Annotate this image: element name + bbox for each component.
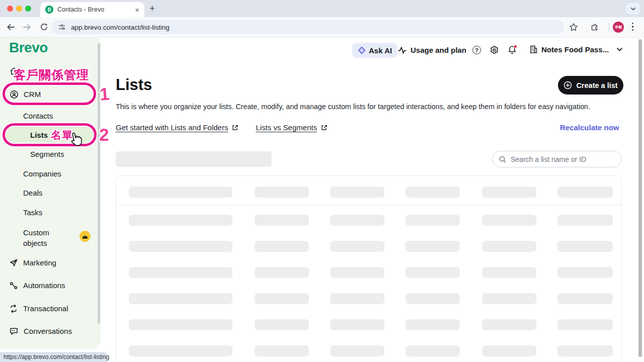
skeleton-bar (557, 215, 613, 226)
help-icon[interactable]: ? (472, 46, 481, 54)
building-icon (529, 45, 538, 54)
skeleton-bar (482, 267, 536, 278)
skeleton-bar (482, 215, 536, 226)
sidebar-item-marketing[interactable]: Marketing (9, 258, 56, 267)
plus-circle-icon (564, 81, 572, 89)
docs-links: Get started with Lists and Folders Lists… (116, 123, 328, 132)
skeleton-bar (330, 319, 384, 330)
sidebar-item-label: Conversations (24, 327, 72, 336)
skeleton-bar (255, 293, 309, 304)
list-search[interactable] (492, 151, 622, 167)
skeleton-bar (255, 187, 309, 198)
back-icon[interactable] (6, 23, 15, 32)
skeleton-bar (255, 215, 309, 226)
skeleton-bar (482, 345, 536, 356)
skeleton-row (116, 345, 621, 362)
sidebar-item-deals[interactable]: Deals (23, 189, 42, 198)
chevron-down-icon (630, 7, 636, 11)
skeleton-bar (557, 319, 613, 330)
external-link-icon (231, 124, 238, 131)
skeleton-bar (406, 319, 460, 330)
account-name: Notes Food Pass... (541, 45, 609, 54)
skeleton-bar (482, 293, 536, 304)
automation-branch-icon (9, 281, 18, 290)
sidebar-item-conversations[interactable]: Conversations (9, 327, 72, 336)
skeleton-bar (330, 293, 384, 304)
ask-ai-button[interactable]: Ask AI (352, 43, 397, 58)
forward-icon[interactable] (23, 23, 32, 32)
sidebar-item-label: Marketing (23, 258, 56, 267)
skeleton-row (116, 215, 621, 241)
create-a-list-button[interactable]: Create a list (558, 76, 623, 95)
profile-avatar[interactable]: 示範 (613, 22, 624, 33)
traffic-zoom-button[interactable] (25, 6, 31, 12)
sidebar-item-segments[interactable]: Segments (30, 150, 64, 159)
reload-icon[interactable] (40, 23, 48, 31)
brevo-logo[interactable]: Brevo (9, 40, 48, 56)
ai-diamond-icon (358, 46, 366, 54)
skeleton-row (116, 293, 621, 319)
tab-close-icon[interactable]: × (135, 6, 139, 14)
sidebar-item-tasks[interactable]: Tasks (23, 208, 42, 217)
sidebar-item-contacts[interactable]: Contacts (23, 112, 53, 121)
browser-tab[interactable]: B Contacts - Brevo × (40, 2, 144, 17)
skeleton-bar (255, 345, 309, 356)
account-switcher[interactable]: Notes Food Pass... (529, 45, 623, 54)
annotation-box-crm (3, 82, 96, 105)
notifications-button[interactable] (508, 45, 517, 55)
traffic-close-button[interactable] (7, 6, 13, 12)
new-tab-button[interactable]: + (149, 4, 155, 14)
skeleton-bar (406, 267, 460, 278)
tab-search-button[interactable] (626, 3, 640, 15)
sidebar-item-automations[interactable]: Automations (9, 281, 65, 290)
usage-and-plan-button[interactable]: Usage and plan (397, 46, 466, 54)
skeleton-bar (129, 293, 232, 304)
skeleton-bar (129, 241, 232, 252)
skeleton-bar (330, 345, 384, 356)
lists-table-card (116, 175, 622, 362)
skeleton-bar (557, 267, 613, 278)
browser-menu-icon[interactable] (632, 23, 633, 31)
chevron-down-icon (616, 47, 623, 51)
skeleton-bar (406, 293, 460, 304)
url-text: app.brevo.com/contact/list-listing (71, 24, 170, 31)
sidebar-item-label: Automations (23, 281, 65, 290)
skeleton-row (116, 267, 621, 293)
lists-vs-segments-link[interactable]: Lists vs Segments (256, 123, 328, 132)
address-bar[interactable]: app.brevo.com/contact/list-listing (52, 20, 564, 34)
skeleton-bar (129, 215, 232, 226)
skeleton-bar (482, 187, 536, 198)
skeleton-bar (129, 345, 232, 356)
page-title: Lists (116, 76, 152, 94)
get-started-link[interactable]: Get started with Lists and Folders (116, 123, 238, 132)
skeleton-row (116, 241, 621, 267)
traffic-minimize-button[interactable] (16, 6, 22, 12)
toolbar-divider (609, 23, 609, 32)
annotation-step-1: 1 (99, 83, 110, 104)
usage-and-plan-label: Usage and plan (411, 46, 466, 54)
skeleton-bar (330, 267, 384, 278)
create-a-list-label: Create a list (576, 81, 617, 89)
search-input[interactable] (511, 155, 615, 163)
recalculate-now-link[interactable]: Recalculate now (560, 123, 619, 132)
activity-pulse-icon (397, 46, 407, 54)
skeleton-bar (557, 187, 613, 198)
bookmark-star-icon[interactable] (569, 23, 578, 32)
crown-icon (82, 234, 88, 239)
table-body-skeleton (116, 205, 621, 362)
skeleton-bar (482, 241, 536, 252)
transactional-cycle-icon (9, 304, 18, 313)
site-settings-icon[interactable] (58, 23, 66, 31)
extensions-puzzle-icon[interactable] (591, 23, 599, 31)
gear-icon[interactable] (490, 45, 499, 55)
lists-vs-segments-label: Lists vs Segments (256, 123, 317, 132)
skeleton-bar (406, 215, 460, 226)
skeleton-bar (330, 241, 384, 252)
send-icon (9, 258, 18, 267)
page-scrollbar[interactable] (638, 39, 642, 357)
sidebar-item-companies[interactable]: Companies (23, 169, 61, 178)
skeleton-bar (557, 241, 613, 252)
status-url-tooltip: https://app.brevo.com/contact/list-listi… (0, 352, 107, 362)
sidebar-item-transactional[interactable]: Transactional (9, 304, 68, 313)
sidebar-item-custom-objects[interactable]: Custom objects (23, 227, 63, 248)
